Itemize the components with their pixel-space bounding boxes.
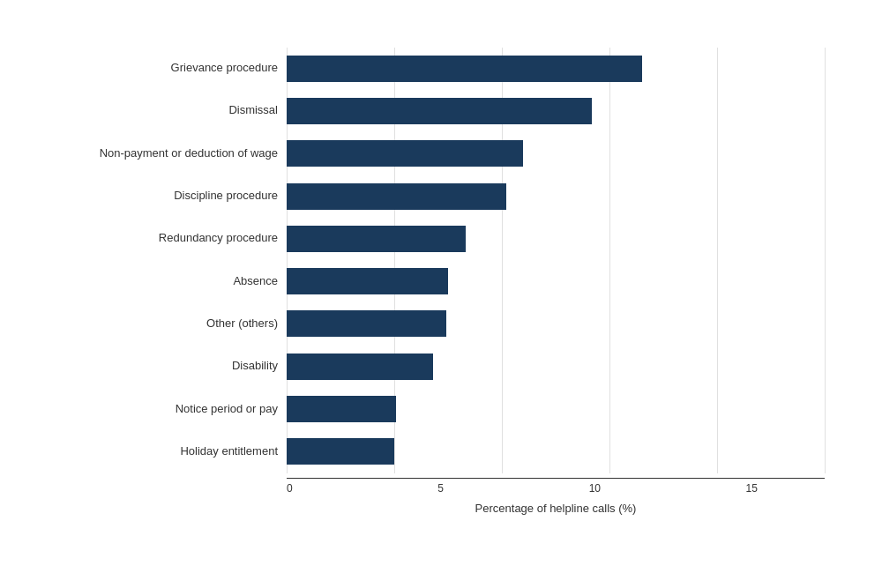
bar-row bbox=[287, 388, 825, 430]
y-label: Holiday entitlement bbox=[40, 430, 278, 473]
bar bbox=[287, 140, 523, 167]
bar-row bbox=[287, 260, 825, 302]
bar-row bbox=[287, 132, 825, 175]
bar bbox=[287, 183, 506, 210]
y-label: Redundancy procedure bbox=[40, 218, 278, 260]
bar-row bbox=[287, 302, 825, 345]
chart-area: Grievance procedureDismissalNon-payment … bbox=[40, 48, 825, 473]
y-label: Notice period or pay bbox=[40, 388, 278, 430]
y-label: Absence bbox=[40, 260, 278, 302]
y-label: Grievance procedure bbox=[40, 48, 278, 90]
bar bbox=[287, 226, 466, 252]
bar-row bbox=[287, 346, 825, 388]
x-tick-label: 10 bbox=[589, 482, 601, 495]
x-axis-title: Percentage of helpline calls (%) bbox=[287, 502, 825, 515]
bar-row bbox=[287, 218, 825, 260]
y-label: Other (others) bbox=[40, 302, 278, 345]
y-label: Discipline procedure bbox=[40, 175, 278, 218]
bar bbox=[287, 310, 446, 337]
bar bbox=[287, 268, 448, 294]
y-label: Non-payment or deduction of wage bbox=[40, 132, 278, 175]
bottom-area: 0510152025 Percentage of helpline calls … bbox=[40, 478, 825, 515]
bar bbox=[287, 354, 433, 380]
x-tick-label: 5 bbox=[437, 482, 444, 495]
bar-row bbox=[287, 430, 825, 473]
bar bbox=[287, 396, 396, 422]
bar-row bbox=[287, 48, 825, 90]
x-tick-label: 15 bbox=[746, 482, 758, 495]
y-label: Dismissal bbox=[40, 90, 278, 132]
bar bbox=[287, 438, 394, 465]
x-tick-labels: 0510152025 bbox=[287, 482, 882, 495]
bars-area bbox=[287, 48, 825, 473]
y-label: Disability bbox=[40, 346, 278, 388]
chart-container: Grievance procedureDismissalNon-payment … bbox=[22, 21, 860, 568]
bar-row bbox=[287, 90, 825, 132]
grid-line bbox=[825, 48, 826, 473]
bar-row bbox=[287, 175, 825, 218]
x-tick-label: 0 bbox=[287, 482, 293, 495]
y-labels: Grievance procedureDismissalNon-payment … bbox=[40, 48, 287, 473]
bar bbox=[287, 56, 642, 82]
bar bbox=[287, 98, 592, 124]
